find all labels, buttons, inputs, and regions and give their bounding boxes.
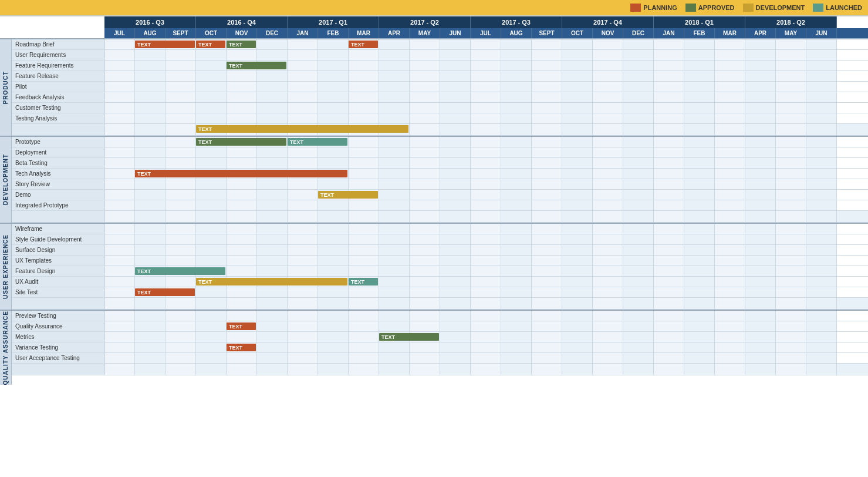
grid-cell — [684, 50, 715, 60]
grid-cell — [501, 342, 532, 352]
grid-cell — [257, 71, 288, 81]
grid-cell — [776, 50, 806, 60]
grid-cell — [257, 190, 288, 200]
grid-cell — [410, 277, 440, 287]
grid-cell — [776, 234, 806, 244]
gantt-bar-launched: TEXT — [349, 278, 378, 285]
grid-cell — [227, 256, 257, 266]
grid-cell — [684, 137, 715, 147]
row-label: Integrated Prototype — [12, 200, 104, 210]
row-cells — [104, 224, 868, 234]
grid-cell — [257, 245, 288, 255]
grid-cell — [501, 103, 532, 113]
grid-cell — [501, 113, 532, 123]
grid-cell — [257, 92, 288, 102]
gantt-row: UX Templates — [12, 256, 868, 266]
grid-cell — [318, 50, 349, 60]
grid-cell — [715, 256, 745, 266]
grid-cell — [562, 234, 593, 244]
status-item-label: APPROVED — [698, 4, 735, 11]
section-label-text: USER EXPERIENCE — [2, 234, 9, 299]
grid-cell — [501, 245, 532, 255]
grid-cell — [776, 266, 806, 276]
grid-cell — [410, 71, 440, 81]
grid-cell — [227, 113, 257, 123]
grid-cell — [501, 147, 532, 157]
grid-cell — [684, 211, 715, 222]
status-item: DEVELOPMENT — [743, 4, 805, 12]
grid-cell — [745, 287, 776, 297]
grid-cell — [623, 234, 654, 244]
gantt-row: Feature DesignTEXT — [12, 266, 868, 277]
gantt-bar-approved: TEXT — [227, 62, 286, 69]
grid-cell — [593, 124, 623, 135]
grid-cell — [532, 364, 562, 375]
grid-cell — [440, 364, 471, 375]
row-cells — [104, 245, 868, 255]
grid-cell — [684, 234, 715, 244]
month-cell: JUN — [440, 28, 471, 38]
gantt-row: MetricsTEXT — [12, 332, 868, 342]
grid-cell — [532, 200, 562, 210]
grid-cell — [745, 245, 776, 255]
grid-cell — [471, 200, 501, 210]
grid-cell — [135, 364, 166, 375]
grid-cell — [440, 234, 471, 244]
month-cell: APR — [745, 28, 776, 38]
grid-cell — [532, 103, 562, 113]
grid-cell — [288, 332, 318, 342]
grid-cell — [104, 353, 135, 363]
grid-cell — [684, 277, 715, 287]
grid-cell — [593, 224, 623, 234]
grid-cell — [745, 147, 776, 157]
grid-cell — [715, 353, 745, 363]
grid-cell — [440, 103, 471, 113]
gantt-row: PrototypeTEXTTEXT — [12, 137, 868, 147]
grid-cell — [471, 179, 501, 189]
grid-cell — [104, 169, 135, 179]
grid-cell — [776, 256, 806, 266]
grid-cell — [532, 287, 562, 297]
row-label: Demo — [12, 190, 104, 200]
grid-cell — [623, 50, 654, 60]
grid-cell — [562, 179, 593, 189]
grid-cell — [745, 311, 776, 321]
grid-cell — [501, 61, 532, 70]
grid-cell — [440, 342, 471, 352]
grid-cell — [684, 158, 715, 168]
month-cell: DEC — [257, 28, 288, 38]
grid-cell — [654, 92, 684, 102]
grid-cell — [776, 103, 806, 113]
row-cells: TEXT — [104, 342, 868, 352]
grid-cell — [166, 311, 196, 321]
grid-cell — [745, 39, 776, 49]
grid-cell — [501, 256, 532, 266]
grid-cell — [776, 137, 806, 147]
gantt-row: TEXT — [12, 124, 868, 136]
grid-cell — [501, 211, 532, 222]
grid-cell — [623, 71, 654, 81]
grid-cell — [745, 137, 776, 147]
row-cells: TEXTTEXTTEXTTEXT — [104, 39, 868, 49]
row-label: Style Guide Development — [12, 234, 104, 244]
grid-cell — [532, 179, 562, 189]
grid-cell — [684, 256, 715, 266]
grid-cell — [104, 332, 135, 342]
grid-cell — [349, 224, 379, 234]
grid-cell — [532, 190, 562, 200]
grid-cell — [288, 200, 318, 210]
grid-cell — [715, 71, 745, 81]
grid-cell — [349, 71, 379, 81]
grid-cell — [196, 234, 227, 244]
grid-cell — [257, 321, 288, 331]
grid-cell — [654, 224, 684, 234]
quarter-cell: 2017 - Q1 — [288, 16, 379, 28]
grid-cell — [684, 353, 715, 363]
gantt-bar-planning: TEXT — [227, 344, 256, 351]
grid-cell — [806, 364, 837, 375]
grid-cell — [440, 211, 471, 222]
section-quality-assurance: QUALITY ASSURANCEPreview TestingQuality … — [0, 310, 868, 385]
grid-cell — [104, 277, 135, 287]
grid-cell — [776, 211, 806, 222]
grid-cell — [166, 190, 196, 200]
